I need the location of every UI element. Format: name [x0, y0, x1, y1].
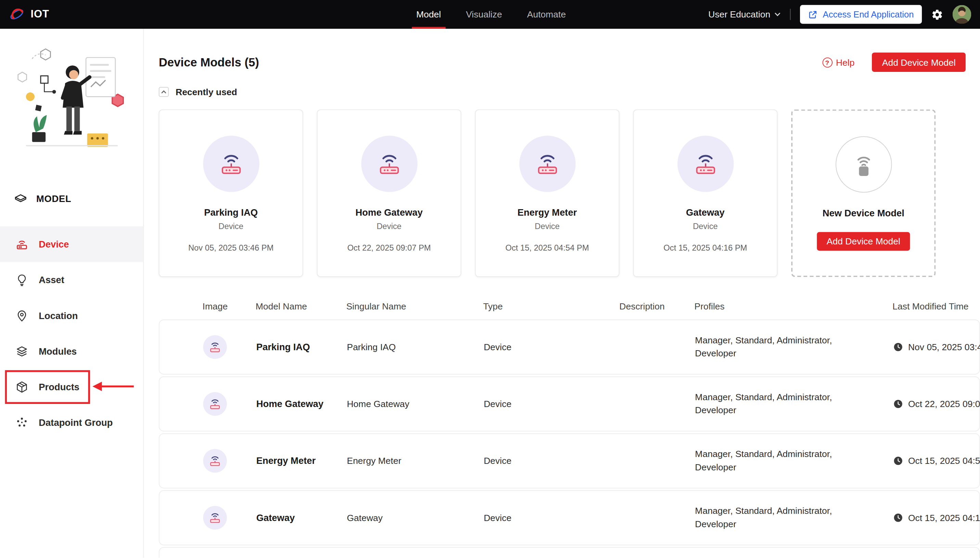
cell-profiles: Manager, Standard, Administrator, Develo… [695, 505, 845, 531]
clock-icon [893, 513, 903, 523]
brand[interactable]: IOT [0, 6, 49, 22]
sidebar-item-label: Modules [39, 346, 77, 356]
cell-singular-name: Energy Meter [347, 456, 401, 466]
col-description: Description [619, 301, 694, 311]
app-window: IOT Model Visualize Automate User Educat… [0, 0, 980, 558]
sidebar-section-model[interactable]: MODEL [0, 186, 143, 210]
sidebar-item-label: Asset [39, 274, 64, 285]
cell-last-modified: Nov 05, 2025 03:46 PM [908, 342, 980, 352]
page-title: Device Models (5) [159, 56, 259, 69]
new-device-model-card[interactable]: New Device Model Add Device Model [791, 110, 936, 277]
cell-model-name: Parking IAQ [256, 341, 310, 352]
cell-last-modified: Oct 15, 2025 04:16 PM [908, 513, 980, 523]
modules-layers-icon [15, 345, 29, 358]
table-row[interactable]: Gateway Gateway Device Manager, Standard… [159, 490, 980, 545]
cell-last-modified: Oct 15, 2025 04:54 PM [908, 456, 980, 466]
help-link[interactable]: ? Help [822, 57, 855, 67]
clock-icon [893, 399, 903, 409]
settings-gear-icon[interactable] [931, 8, 943, 21]
org-menu[interactable]: User Education [708, 9, 781, 19]
clock-icon [893, 342, 903, 352]
col-model-name: Model Name [255, 301, 346, 311]
clock-icon [893, 456, 903, 466]
card-model-name: Gateway [686, 207, 725, 218]
top-nav: Model Visualize Automate [416, 0, 566, 29]
sidebar-item-label: Datapoint Group [39, 417, 113, 428]
card-model-name: Home Gateway [355, 207, 422, 218]
sidebar-item-device[interactable]: Device [0, 226, 143, 262]
card-modified-time: Oct 15, 2025 04:54 PM [506, 243, 589, 253]
model-box-icon [14, 191, 27, 205]
device-model-card[interactable]: Parking IAQ Device Nov 05, 2025 03:46 PM [159, 110, 303, 277]
card-modified-time: Oct 15, 2025 04:16 PM [664, 243, 747, 253]
card-model-type: Device [535, 222, 560, 231]
access-end-application-label: Access End Application [823, 9, 914, 19]
nav-tab-automate[interactable]: Automate [527, 0, 566, 29]
router-card-icon [203, 136, 259, 192]
card-modified-time: Oct 22, 2025 09:07 PM [347, 243, 431, 253]
router-card-icon [361, 136, 417, 192]
card-model-name: Energy Meter [517, 207, 577, 218]
user-avatar[interactable] [953, 5, 972, 24]
table-row[interactable]: Home Gateway Home Gateway Device Manager… [159, 377, 980, 432]
cell-singular-name: Home Gateway [347, 399, 410, 409]
table-row[interactable]: Energy Meter Energy Meter Device Manager… [159, 433, 980, 489]
topbar-divider [790, 9, 791, 20]
sidebar-illustration [13, 39, 130, 161]
cell-model-name: Gateway [256, 512, 295, 523]
device-model-card[interactable]: Home Gateway Device Oct 22, 2025 09:07 P… [317, 110, 461, 277]
device-models-table: Image Model Name Singular Name Type Desc… [159, 294, 980, 558]
col-image: Image [159, 301, 255, 311]
recent-cards-row: Parking IAQ Device Nov 05, 2025 03:46 PM… [159, 110, 965, 277]
sidebar-item-label: Products [39, 381, 79, 392]
card-model-type: Device [219, 222, 244, 231]
router-card-icon [677, 136, 733, 192]
device-model-card[interactable]: Gateway Device Oct 15, 2025 04:16 PM [633, 110, 777, 277]
router-card-icon [519, 136, 575, 192]
add-device-model-button[interactable]: Add Device Model [872, 53, 965, 72]
sidebar-section-label: MODEL [36, 193, 72, 204]
router-row-icon [203, 449, 227, 473]
sidebar-item-label: Location [39, 310, 78, 321]
topbar-right: User Education Access End Application [708, 0, 971, 29]
external-link-icon [808, 10, 818, 19]
cell-model-name: Home Gateway [256, 399, 323, 409]
sidebar-item-modules[interactable]: Modules [0, 333, 143, 369]
table-row-partial[interactable] [159, 547, 980, 558]
cell-profiles: Manager, Standard, Administrator, Develo… [695, 391, 845, 417]
col-singular-name: Singular Name [346, 301, 483, 311]
cell-type: Device [484, 342, 512, 352]
asset-bulb-icon [15, 273, 29, 287]
nav-tab-model[interactable]: Model [416, 0, 441, 29]
cell-singular-name: Gateway [347, 513, 383, 523]
cell-profiles: Manager, Standard, Administrator, Develo… [695, 334, 845, 360]
recently-used-header: Recently used [159, 87, 965, 97]
sidebar-item-products[interactable]: Products [0, 369, 143, 405]
help-icon: ? [822, 57, 832, 67]
chevron-down-icon [775, 11, 781, 18]
sidebar-item-label: Device [39, 239, 69, 249]
main-content: Device Models (5) ? Help Add Device Mode… [144, 29, 980, 558]
cell-type: Device [484, 399, 512, 409]
nav-tab-visualize[interactable]: Visualize [466, 0, 502, 29]
datapoint-group-icon [15, 415, 29, 429]
card-model-name: Parking IAQ [204, 207, 258, 218]
brand-name: IOT [31, 8, 50, 21]
sidebar-item-asset[interactable]: Asset [0, 262, 143, 297]
topbar: IOT Model Visualize Automate User Educat… [0, 0, 980, 29]
new-card-title: New Device Model [823, 207, 905, 218]
table-row[interactable]: Parking IAQ Parking IAQ Device Manager, … [159, 319, 980, 374]
device-router-icon [15, 237, 29, 251]
sidebar-menu: Device Asset Location [0, 226, 143, 440]
page-header-actions: ? Help Add Device Model [822, 53, 965, 72]
device-model-card[interactable]: Energy Meter Device Oct 15, 2025 04:54 P… [475, 110, 619, 277]
access-end-application-button[interactable]: Access End Application [800, 5, 922, 24]
collapse-chevron-icon[interactable] [159, 87, 169, 97]
sidebar-item-location[interactable]: Location [0, 297, 143, 333]
col-profiles: Profiles [694, 301, 892, 311]
card-model-type: Device [377, 222, 402, 231]
sidebar-item-datapoint-group[interactable]: Datapoint Group [0, 405, 143, 440]
iot-logo-icon [9, 6, 25, 22]
add-device-model-card-button[interactable]: Add Device Model [817, 232, 910, 251]
recently-used-label: Recently used [175, 87, 237, 97]
